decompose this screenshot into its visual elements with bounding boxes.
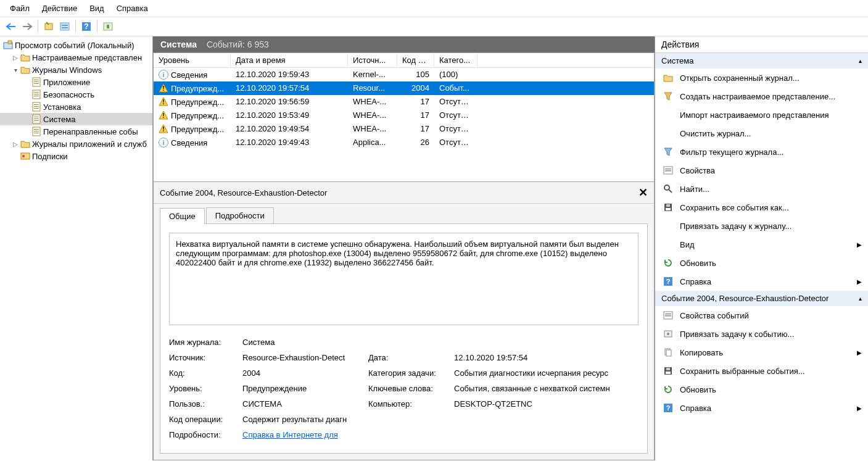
action-refresh[interactable]: Обновить bbox=[655, 254, 868, 272]
svg-rect-3 bbox=[62, 27, 68, 28]
event-date: 12.10.2020 19:49:43 bbox=[231, 137, 348, 148]
column-date[interactable]: Дата и время bbox=[231, 53, 348, 67]
action-help[interactable]: ? Справка ▶ bbox=[655, 272, 868, 291]
toolbar-help-icon[interactable]: ? bbox=[79, 19, 94, 34]
tree-label: Приложение bbox=[43, 78, 90, 87]
column-source[interactable]: Источн... bbox=[348, 53, 397, 67]
action-properties[interactable]: Свойства bbox=[655, 161, 868, 180]
center-title: Система bbox=[160, 39, 197, 49]
back-button[interactable] bbox=[4, 19, 19, 34]
toolbar-properties-icon[interactable] bbox=[57, 19, 72, 34]
action-view-submenu[interactable]: Вид ▶ bbox=[655, 235, 868, 254]
event-row[interactable]: !Предупрежд...12.10.2020 19:57:54Resour.… bbox=[154, 81, 654, 95]
action-find[interactable]: Найти... bbox=[655, 180, 868, 198]
event-list-body[interactable]: iСведения12.10.2020 19:59:43Kernel-...10… bbox=[154, 68, 654, 181]
action-copy[interactable]: Копировать ▶ bbox=[655, 343, 868, 362]
action-create-custom-view[interactable]: Создать настраиваемое представление... bbox=[655, 87, 868, 106]
event-row[interactable]: iСведения12.10.2020 19:59:43Kernel-...10… bbox=[154, 68, 654, 81]
svg-rect-15 bbox=[34, 92, 39, 93]
tree-application[interactable]: Приложение bbox=[0, 76, 152, 88]
tree-subscriptions[interactable]: Подписки bbox=[0, 150, 152, 162]
event-code: 17 bbox=[397, 110, 434, 121]
event-source: WHEA-... bbox=[348, 123, 397, 135]
folder-icon bbox=[20, 52, 31, 62]
forward-button[interactable] bbox=[20, 19, 35, 34]
tab-details[interactable]: Подробности bbox=[206, 207, 274, 223]
tree-app-services[interactable]: ▷ Журналы приложений и служб bbox=[0, 138, 152, 150]
filter-icon bbox=[663, 146, 674, 157]
event-level-label: Предупрежд... bbox=[171, 125, 224, 134]
tree-system[interactable]: Система bbox=[0, 113, 152, 125]
action-label: Обновить bbox=[680, 259, 716, 268]
tree-label: Журналы Windows bbox=[32, 65, 102, 75]
action-label: Справка bbox=[680, 404, 711, 413]
actions-title: Действия bbox=[655, 36, 868, 53]
lbl-date: Дата: bbox=[368, 353, 452, 362]
event-category: (100) bbox=[434, 69, 477, 80]
column-level[interactable]: Уровень bbox=[154, 53, 231, 67]
warning-icon: ! bbox=[159, 110, 168, 120]
lbl-keywords: Ключевые слова: bbox=[368, 384, 452, 393]
lbl-computer: Компьютер: bbox=[368, 399, 452, 409]
event-code: 2004 bbox=[397, 83, 434, 94]
action-event-properties[interactable]: Свойства событий bbox=[655, 306, 868, 325]
event-category: Отсутст... bbox=[434, 137, 477, 148]
svg-rect-41 bbox=[666, 208, 671, 210]
event-row[interactable]: !Предупрежд...12.10.2020 19:56:59WHEA-..… bbox=[154, 95, 654, 109]
column-category[interactable]: Катего... bbox=[434, 53, 477, 67]
online-help-link[interactable]: Справка в Интернете для bbox=[242, 430, 338, 439]
expand-icon[interactable]: ▷ bbox=[11, 54, 20, 61]
blank-icon bbox=[663, 128, 674, 139]
refresh-icon bbox=[663, 384, 674, 395]
info-icon: i bbox=[159, 70, 168, 80]
event-source: WHEA-... bbox=[348, 96, 397, 107]
action-help-event[interactable]: ? Справка ▶ bbox=[655, 399, 868, 417]
action-clear-log[interactable]: Очистить журнал... bbox=[655, 124, 868, 143]
blank-icon bbox=[663, 109, 674, 120]
tree-root[interactable]: Просмотр событий (Локальный) bbox=[0, 39, 152, 51]
event-date: 12.10.2020 19:59:43 bbox=[231, 69, 348, 80]
action-filter-log[interactable]: Фильтр текущего журнала... bbox=[655, 143, 868, 161]
action-label: Сохранить все события как... bbox=[680, 203, 789, 212]
tree-label: Настраиваемые представлен bbox=[32, 53, 142, 62]
val-opcode: Содержит результаты диагн bbox=[242, 415, 366, 424]
close-detail-button[interactable]: ✕ bbox=[639, 186, 648, 199]
action-refresh-event[interactable]: Обновить bbox=[655, 380, 868, 399]
event-row[interactable]: !Предупрежд...12.10.2020 19:53:49WHEA-..… bbox=[154, 109, 654, 122]
blank-icon bbox=[663, 239, 674, 250]
properties-icon bbox=[663, 165, 674, 176]
tree-windows-logs[interactable]: ▾ Журналы Windows bbox=[0, 64, 152, 76]
action-save-selected[interactable]: Сохранить выбранные события... bbox=[655, 362, 868, 380]
tree-security[interactable]: Безопасность bbox=[0, 88, 152, 101]
tree-forwarded[interactable]: Перенаправленные собы bbox=[0, 125, 152, 138]
event-row[interactable]: !Предупрежд...12.10.2020 19:49:54WHEA-..… bbox=[154, 122, 654, 136]
tab-general[interactable]: Общие bbox=[160, 208, 205, 224]
val-source: Resource-Exhaustion-Detect bbox=[242, 353, 366, 362]
menu-view[interactable]: Вид bbox=[83, 2, 110, 15]
actions-section-event[interactable]: Событие 2004, Resource-Exhaustion-Detect… bbox=[655, 291, 868, 306]
tree-setup[interactable]: Установка bbox=[0, 101, 152, 113]
svg-rect-12 bbox=[34, 81, 39, 82]
svg-rect-21 bbox=[34, 108, 39, 109]
val-keywords: События, связанные с нехваткой системн bbox=[454, 384, 639, 393]
column-code[interactable]: Код со... bbox=[397, 53, 434, 67]
menu-action[interactable]: Действие bbox=[36, 2, 83, 15]
tree-custom-views[interactable]: ▷ Настраиваемые представлен bbox=[0, 51, 152, 64]
menu-file[interactable]: Файл bbox=[4, 2, 36, 15]
detail-tabs: Общие Подробности bbox=[154, 204, 654, 223]
action-import-custom-view[interactable]: Импорт настраиваемого представления bbox=[655, 106, 868, 124]
toolbar-action-icon[interactable] bbox=[41, 19, 56, 34]
toolbar-view-icon[interactable] bbox=[101, 19, 115, 34]
action-attach-task-log[interactable]: Привязать задачу к журналу... bbox=[655, 217, 868, 235]
event-row[interactable]: iСведения12.10.2020 19:49:43Applica...26… bbox=[154, 136, 654, 149]
expand-icon[interactable]: ▷ bbox=[11, 141, 20, 147]
action-save-all-events[interactable]: Сохранить все события как... bbox=[655, 198, 868, 217]
detail-title: Событие 2004, Resource-Exhaustion-Detect… bbox=[160, 188, 327, 197]
action-attach-task-event[interactable]: Привязать задачу к событию... bbox=[655, 325, 868, 343]
collapse-icon[interactable]: ▾ bbox=[11, 67, 20, 73]
tree-label: Безопасность bbox=[43, 90, 94, 99]
actions-section-system[interactable]: Система ▴ bbox=[655, 53, 868, 69]
action-open-saved-log[interactable]: Открыть сохраненный журнал... bbox=[655, 69, 868, 87]
action-label: Импорт настраиваемого представления bbox=[680, 110, 829, 120]
menu-help[interactable]: Справка bbox=[110, 2, 154, 15]
